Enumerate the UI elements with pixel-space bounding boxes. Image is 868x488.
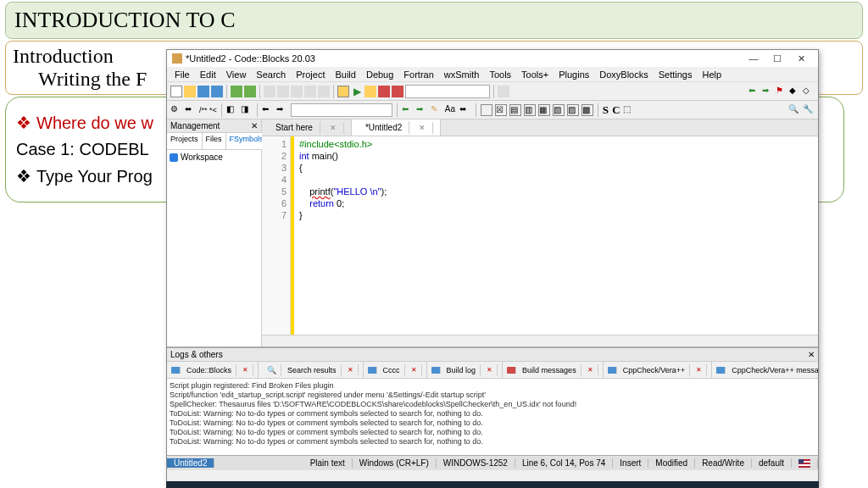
tab-untitled2[interactable]: *Untitled2✕ bbox=[352, 119, 441, 136]
tab-cppcheck[interactable]: CppCheck/Vera++✕ bbox=[604, 362, 713, 378]
close-panel-icon[interactable]: ✕ bbox=[251, 121, 258, 130]
logs-body[interactable]: Script plugin registered: Find Broken Fi… bbox=[167, 379, 818, 455]
close-icon[interactable]: ✕ bbox=[482, 364, 498, 375]
tab-buildmsg[interactable]: Build messages✕ bbox=[503, 362, 604, 378]
menu-project[interactable]: Project bbox=[292, 69, 329, 80]
status-def[interactable]: default bbox=[752, 458, 792, 468]
arrow-right-icon[interactable]: ➡ bbox=[762, 86, 774, 97]
menu-build[interactable]: Build bbox=[331, 69, 359, 80]
arrow-left-icon[interactable]: ⬅ bbox=[748, 86, 760, 97]
marker-icon[interactable]: ◆ bbox=[789, 86, 801, 97]
tab-buildlog[interactable]: Build log✕ bbox=[427, 362, 504, 378]
status-lang[interactable]: Plain text bbox=[303, 458, 353, 468]
menu-edit[interactable]: Edit bbox=[196, 69, 220, 80]
tab-cppcheckmsg[interactable]: CppCheck/Vera++ messages✕ bbox=[712, 362, 818, 378]
search-icon[interactable]: 🔍 bbox=[788, 104, 800, 116]
tab-projects[interactable]: Projects bbox=[167, 133, 203, 149]
menu-settings[interactable]: Settings bbox=[654, 69, 697, 80]
close-icon[interactable]: ✕ bbox=[343, 364, 359, 375]
menu-view[interactable]: View bbox=[222, 69, 251, 80]
box-icon[interactable]: ☒ bbox=[495, 104, 507, 116]
code-editor[interactable]: 1 2 3 4 5 6 7 #include<stdio.h>int main(… bbox=[262, 136, 818, 335]
highlight-icon[interactable]: ✎ bbox=[431, 104, 442, 116]
new-icon[interactable] bbox=[170, 86, 182, 97]
tool-icon[interactable]: ⬚ bbox=[623, 104, 635, 116]
nav-icon[interactable]: ⬅ bbox=[402, 104, 414, 116]
menu-help[interactable]: Help bbox=[698, 69, 726, 80]
redo-icon[interactable] bbox=[244, 86, 256, 97]
close-icon[interactable]: ✕ bbox=[583, 364, 598, 375]
menu-plugins[interactable]: Plugins bbox=[554, 69, 593, 80]
status-enc[interactable]: WINDOWS-1252 bbox=[437, 458, 515, 468]
flag-icon[interactable]: ⚑ bbox=[776, 86, 787, 97]
copy-icon[interactable] bbox=[277, 86, 289, 97]
run-icon[interactable]: ▶ bbox=[351, 86, 363, 97]
close-button[interactable]: ✕ bbox=[789, 51, 813, 66]
build-run-icon[interactable] bbox=[364, 86, 376, 97]
tool-text[interactable]: /** *< bbox=[199, 106, 217, 114]
horizontal-scrollbar[interactable] bbox=[262, 335, 818, 347]
tool-icon[interactable]: Aa bbox=[445, 104, 457, 116]
cut-icon[interactable] bbox=[264, 86, 275, 97]
target-select[interactable] bbox=[405, 85, 490, 98]
build-icon[interactable] bbox=[337, 86, 349, 97]
tab-codeblocks[interactable]: Code::Blocks✕ bbox=[167, 362, 259, 378]
tab-files[interactable]: Files bbox=[203, 133, 226, 149]
tool-icon[interactable]: ◧ bbox=[226, 104, 238, 116]
tab-search[interactable]: 🔍Search results✕ bbox=[259, 362, 364, 378]
title-bar[interactable]: *Untitled2 - Code::Blocks 20.03 — ☐ ✕ bbox=[167, 50, 818, 67]
tab-cccc[interactable]: Cccc✕ bbox=[364, 362, 427, 378]
close-icon[interactable]: ✕ bbox=[407, 364, 422, 375]
maximize-button[interactable]: ☐ bbox=[765, 51, 789, 66]
close-icon[interactable]: ✕ bbox=[238, 364, 253, 375]
open-icon[interactable] bbox=[184, 86, 196, 97]
workspace-item[interactable]: Workspace bbox=[170, 152, 259, 162]
undo-icon[interactable] bbox=[231, 86, 242, 97]
replace-icon[interactable] bbox=[318, 86, 330, 97]
minimize-button[interactable]: — bbox=[742, 51, 765, 66]
code-lines[interactable]: #include<stdio.h>int main(){ printf("HEL… bbox=[294, 136, 818, 335]
tool-icon[interactable]: ⬌ bbox=[185, 104, 197, 116]
marker2-icon[interactable]: ◇ bbox=[803, 86, 815, 97]
nav-icon[interactable]: ➡ bbox=[416, 104, 428, 116]
menu-wxsmith[interactable]: wxSmith bbox=[440, 69, 484, 80]
box-icon[interactable]: ▤ bbox=[509, 104, 521, 116]
tool-icon[interactable]: ⬌ bbox=[459, 104, 471, 116]
tool-icon[interactable]: ◨ bbox=[241, 104, 253, 116]
box-icon[interactable]: ▧ bbox=[553, 104, 565, 116]
close-tab-icon[interactable]: ✕ bbox=[323, 122, 344, 134]
menu-search[interactable]: Search bbox=[252, 69, 290, 80]
back-icon[interactable]: ⬅ bbox=[262, 104, 274, 116]
close-tab-icon[interactable]: ✕ bbox=[412, 122, 433, 134]
find-icon[interactable] bbox=[304, 86, 316, 97]
separator bbox=[221, 103, 222, 117]
abort-icon[interactable] bbox=[392, 86, 403, 97]
status-eol[interactable]: Windows (CR+LF) bbox=[353, 458, 437, 468]
save-all-icon[interactable] bbox=[211, 86, 223, 97]
menu-debug[interactable]: Debug bbox=[362, 69, 398, 80]
box-icon[interactable] bbox=[481, 104, 492, 116]
box-icon[interactable]: ▥ bbox=[524, 104, 536, 116]
save-icon[interactable] bbox=[198, 86, 209, 97]
tab-start-here[interactable]: Start here✕ bbox=[262, 119, 352, 136]
wrench-icon[interactable]: 🔧 bbox=[803, 104, 815, 116]
menu-fortran[interactable]: Fortran bbox=[399, 69, 437, 80]
fwd-icon[interactable]: ➡ bbox=[276, 104, 288, 116]
box-icon[interactable]: ▦ bbox=[538, 104, 550, 116]
rebuild-icon[interactable] bbox=[378, 86, 390, 97]
windows-taskbar[interactable] bbox=[166, 481, 819, 488]
tool-icon[interactable]: ⚙ bbox=[170, 104, 182, 116]
menu-tools-plus[interactable]: Tools+ bbox=[517, 69, 553, 80]
paste-icon[interactable] bbox=[291, 86, 303, 97]
box-icon[interactable]: ▩ bbox=[581, 104, 593, 116]
box-icon[interactable]: ▨ bbox=[567, 104, 579, 116]
close-icon[interactable]: ✕ bbox=[692, 364, 707, 375]
status-flag[interactable] bbox=[792, 459, 818, 468]
menu-tools[interactable]: Tools bbox=[485, 69, 515, 80]
close-logs-icon[interactable]: ✕ bbox=[808, 350, 815, 359]
symbol-select[interactable] bbox=[291, 103, 392, 117]
menu-doxyblocks[interactable]: DoxyBlocks bbox=[595, 69, 652, 80]
status-ins[interactable]: Insert bbox=[613, 458, 648, 468]
debug-icon[interactable] bbox=[498, 86, 509, 97]
menu-file[interactable]: File bbox=[170, 69, 194, 80]
